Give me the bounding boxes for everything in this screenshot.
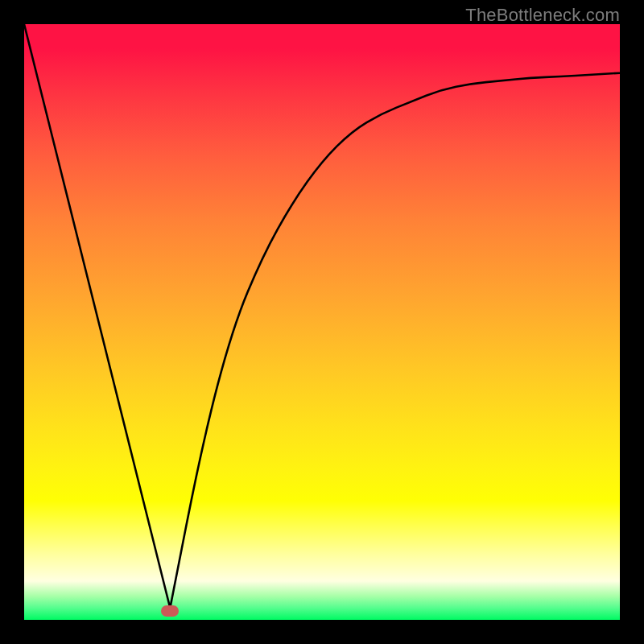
bottleneck-curve xyxy=(24,24,620,620)
curve-minimum-marker xyxy=(161,605,179,617)
plot-area xyxy=(24,24,620,620)
chart-stage: TheBottleneck.com xyxy=(0,0,644,644)
curve-path xyxy=(24,24,620,608)
watermark-text: TheBottleneck.com xyxy=(465,5,620,26)
